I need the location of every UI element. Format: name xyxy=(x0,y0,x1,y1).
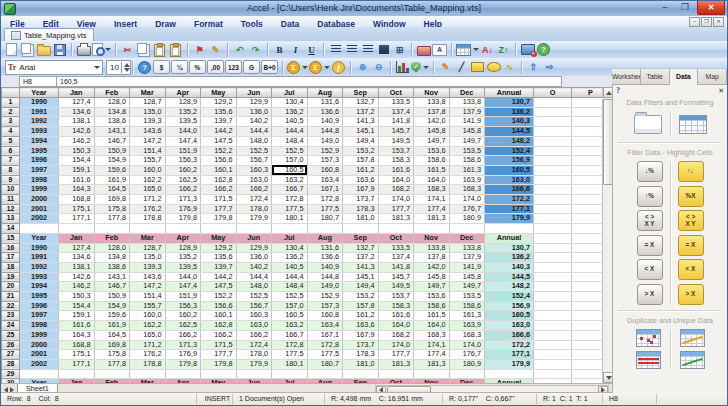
cell[interactable]: 175,1 xyxy=(59,350,95,360)
cell[interactable]: 153,2 xyxy=(343,292,379,302)
align-center-icon[interactable] xyxy=(344,43,359,57)
row-header[interactable]: 1 xyxy=(2,98,20,108)
cell[interactable]: 164,5 xyxy=(94,185,130,195)
cell[interactable]: 133,5 xyxy=(378,98,414,108)
copy-icon[interactable] xyxy=(136,43,151,57)
cell[interactable] xyxy=(449,369,485,379)
cell[interactable] xyxy=(534,127,572,137)
cell[interactable]: 138,6 xyxy=(94,262,130,272)
mdi-restore-button[interactable]: ❐ xyxy=(701,17,712,27)
cell[interactable]: 151,4 xyxy=(130,146,166,156)
highlight-duplicates-icon[interactable] xyxy=(636,329,661,347)
new-document-icon[interactable] xyxy=(4,43,19,57)
cell[interactable]: 1990 xyxy=(20,98,59,108)
cell[interactable]: 133,5 xyxy=(378,243,414,253)
cell[interactable]: 144,4 xyxy=(236,127,272,137)
validate-data-icon[interactable] xyxy=(411,60,429,74)
cell[interactable]: 166,2 xyxy=(236,330,272,340)
cell[interactable]: 128,7 xyxy=(130,243,166,253)
cell[interactable]: 149,0 xyxy=(307,136,343,146)
cell[interactable]: 171,5 xyxy=(201,340,237,350)
cell[interactable]: 152,2 xyxy=(201,292,237,302)
cell[interactable]: 142,0 xyxy=(414,262,450,272)
cell[interactable]: 2001 xyxy=(20,350,59,360)
cell[interactable]: 144,4 xyxy=(272,127,308,137)
cell[interactable]: 174,0 xyxy=(378,340,414,350)
cell[interactable]: 156,3 xyxy=(165,301,201,311)
format-exponent-button[interactable]: B+0 xyxy=(261,60,278,74)
extract-unique-icon[interactable] xyxy=(680,351,705,369)
cell[interactable]: 1992 xyxy=(20,262,59,272)
cell[interactable]: 160,1 xyxy=(201,311,237,321)
cell[interactable]: 139,3 xyxy=(130,262,166,272)
cell[interactable]: 161,6 xyxy=(59,321,95,331)
cell[interactable]: 168,3 xyxy=(449,185,485,195)
cell[interactable]: 146,2 xyxy=(59,136,95,146)
cell[interactable] xyxy=(201,369,237,379)
cell[interactable]: 160,5 xyxy=(485,311,534,321)
cell[interactable] xyxy=(572,369,603,379)
cell[interactable]: 136,2 xyxy=(272,253,308,263)
cell[interactable] xyxy=(378,369,414,379)
cell[interactable]: 134,8 xyxy=(94,107,130,117)
filter-greater-button[interactable]: > X xyxy=(637,284,663,305)
format-decimal-button[interactable]: ,00 xyxy=(207,60,224,74)
cell[interactable] xyxy=(534,107,572,117)
cell[interactable]: 134,6 xyxy=(59,253,95,263)
cell[interactable] xyxy=(572,350,603,360)
cell[interactable]: 163,6 xyxy=(343,175,379,185)
shift-right-icon[interactable]: ⇨ xyxy=(542,60,557,74)
cell[interactable]: 133,8 xyxy=(414,98,450,108)
cell[interactable]: 140,5 xyxy=(272,262,308,272)
row-header[interactable]: 20 xyxy=(2,282,20,292)
cell[interactable]: 180,9 xyxy=(449,359,485,369)
zoom-in-icon[interactable]: ⊕ xyxy=(355,60,370,74)
cell[interactable] xyxy=(534,301,572,311)
cell[interactable]: 160,3 xyxy=(236,311,272,321)
cell[interactable]: 149,7 xyxy=(449,136,485,146)
cell[interactable]: 141,3 xyxy=(343,117,379,127)
cell[interactable] xyxy=(165,224,201,234)
cell[interactable]: 141,8 xyxy=(378,262,414,272)
row-header[interactable]: 24 xyxy=(2,321,20,331)
cell[interactable]: 180,7 xyxy=(307,214,343,224)
cell[interactable]: 144,2 xyxy=(201,127,237,137)
cell[interactable]: 144,4 xyxy=(272,272,308,282)
row-header[interactable]: 6 xyxy=(2,146,20,156)
font-size-spinner[interactable] xyxy=(121,62,132,73)
cell[interactable]: 161,6 xyxy=(378,311,414,321)
cell[interactable]: 179,8 xyxy=(165,359,201,369)
cell[interactable]: 177,1 xyxy=(59,214,95,224)
draw-line-icon[interactable]: ╱ xyxy=(454,60,469,74)
format-currency-button[interactable]: $ xyxy=(153,60,170,74)
cell[interactable]: 177,5 xyxy=(272,204,308,214)
cell[interactable]: 163,9 xyxy=(449,175,485,185)
cell[interactable]: 160,8 xyxy=(307,311,343,321)
cell[interactable]: 137,9 xyxy=(449,253,485,263)
cell[interactable]: 162,5 xyxy=(165,175,201,185)
cell[interactable]: 157,0 xyxy=(272,301,308,311)
cell[interactable] xyxy=(572,107,603,117)
cell[interactable]: 174,0 xyxy=(449,340,485,350)
panel-tab-map[interactable]: Map xyxy=(698,69,727,84)
column-header-o[interactable]: O xyxy=(534,88,572,98)
row-header[interactable]: 22 xyxy=(2,301,20,311)
cell[interactable]: 1996 xyxy=(20,301,59,311)
cell[interactable] xyxy=(94,369,130,379)
highlight-between-button[interactable]: < > X Y xyxy=(678,210,704,231)
cell[interactable]: 144,8 xyxy=(307,127,343,137)
autosum-selection-icon[interactable]: Σ xyxy=(309,60,330,74)
cell[interactable]: 148,4 xyxy=(272,136,308,146)
cell[interactable]: Dec xyxy=(449,233,485,243)
cell[interactable]: 177,7 xyxy=(201,204,237,214)
paste-special-icon[interactable] xyxy=(168,43,183,57)
cell[interactable]: 160,5 xyxy=(485,165,534,175)
filter-between-button[interactable]: < > X Y xyxy=(637,210,663,231)
cell[interactable]: 163,0 xyxy=(236,175,272,185)
row-header[interactable]: 28 xyxy=(2,359,20,369)
cell[interactable]: 144,8 xyxy=(307,272,343,282)
cell[interactable]: 181,3 xyxy=(414,359,450,369)
autosum-icon[interactable]: Σ xyxy=(287,60,308,74)
row-header[interactable]: 23 xyxy=(2,311,20,321)
cell[interactable]: 167,9 xyxy=(343,185,379,195)
